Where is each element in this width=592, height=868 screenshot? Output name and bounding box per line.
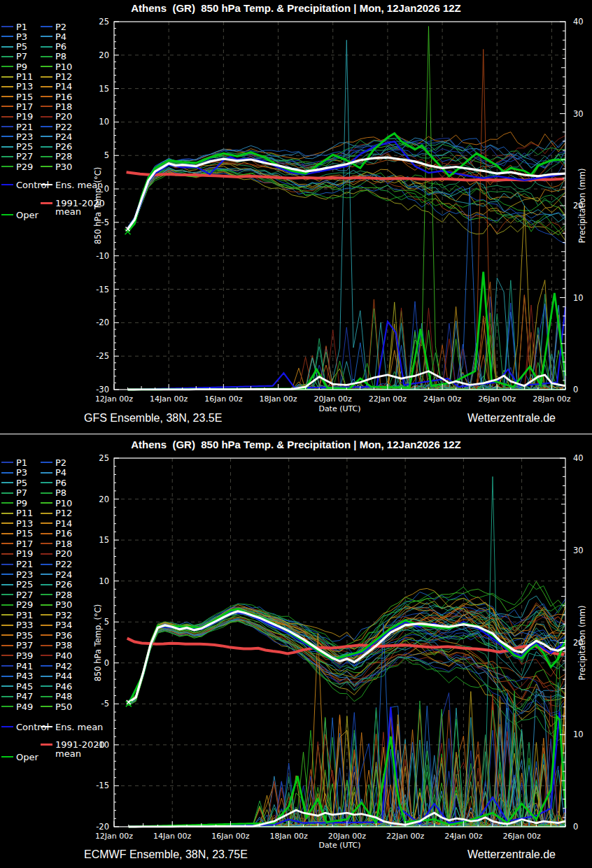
- ecmwf-plot-svg: 2520151050-5-10-15-2040302010012Jan 00z1…: [0, 434, 592, 868]
- gfs-plot-svg: 2520151050-5-10-15-20-25-3040302010012Ja…: [0, 0, 592, 434]
- member-temp-4: [128, 145, 566, 229]
- ensemble-members: [128, 27, 566, 390]
- svg-text:-25: -25: [96, 351, 109, 361]
- svg-text:25: 25: [99, 17, 109, 27]
- svg-text:-15: -15: [96, 285, 109, 294]
- svg-text:14Jan 00z: 14Jan 00z: [150, 394, 188, 404]
- svg-text:30: 30: [573, 546, 584, 555]
- precip-axis-title: Precipitation (mm): [577, 605, 587, 680]
- svg-text:14Jan 00z: 14Jan 00z: [153, 832, 191, 841]
- svg-text:-10: -10: [96, 740, 109, 750]
- temp-axis-title: 850 hPa Temp. (°C): [93, 167, 103, 245]
- axis-tick-labels: 2520151050-5-10-15-20-25-3040302010012Ja…: [95, 17, 584, 404]
- ecmwf-panel: Athens (GR) 850 hPa Temp. & Precipitatio…: [0, 434, 592, 868]
- svg-text:24Jan 00z: 24Jan 00z: [423, 394, 461, 404]
- svg-text:15: 15: [99, 84, 109, 94]
- svg-text:40: 40: [573, 17, 584, 27]
- temp-axis-title: 850 hPa Temp. (°C): [93, 604, 103, 681]
- svg-text:26Jan 00z: 26Jan 00z: [502, 832, 540, 841]
- site-label: Wetterzentrale.de: [467, 412, 556, 425]
- svg-text:18Jan 00z: 18Jan 00z: [270, 832, 308, 841]
- precip-axis-title: Precipitation (mm): [577, 169, 587, 243]
- svg-text:25: 25: [99, 453, 109, 463]
- svg-text:0: 0: [573, 385, 578, 394]
- member-precip-25: [128, 278, 566, 390]
- svg-text:-20: -20: [96, 318, 109, 327]
- svg-text:12Jan 00z: 12Jan 00z: [95, 394, 133, 404]
- svg-text:24Jan 00z: 24Jan 00z: [444, 832, 482, 841]
- member-precip-3: [128, 187, 566, 390]
- svg-text:5: 5: [104, 150, 109, 160]
- svg-text:30: 30: [573, 109, 584, 119]
- svg-text:22Jan 00z: 22Jan 00z: [386, 832, 424, 841]
- svg-text:16Jan 00z: 16Jan 00z: [211, 832, 249, 841]
- svg-text:10: 10: [573, 730, 584, 739]
- svg-text:10: 10: [99, 576, 109, 586]
- svg-text:10: 10: [573, 293, 584, 303]
- svg-text:20Jan 00z: 20Jan 00z: [314, 394, 352, 404]
- member-precip-10: [128, 27, 566, 390]
- svg-text:18Jan 00z: 18Jan 00z: [259, 394, 297, 404]
- svg-text:20: 20: [99, 50, 109, 60]
- svg-text:-20: -20: [96, 822, 109, 832]
- svg-text:12Jan 00z: 12Jan 00z: [95, 832, 133, 841]
- site-label: Wetterzentrale.de: [467, 848, 556, 861]
- svg-text:28Jan 00z: 28Jan 00z: [533, 394, 570, 404]
- svg-text:-10: -10: [96, 251, 109, 261]
- model-label: GFS Ensemble, 38N, 23.5E: [84, 412, 222, 425]
- member-precip-16: [128, 282, 566, 390]
- member-temp-28: [128, 138, 566, 229]
- member-precip-6: [128, 280, 566, 390]
- svg-text:0: 0: [573, 822, 578, 832]
- svg-text:0: 0: [104, 184, 109, 194]
- member-precip-5: [128, 40, 566, 390]
- svg-text:15: 15: [99, 535, 109, 545]
- model-label: ECMWF Ensemble, 38N, 23.75E: [84, 848, 248, 861]
- svg-text:20Jan 00z: 20Jan 00z: [328, 832, 366, 841]
- svg-text:10: 10: [99, 117, 109, 127]
- svg-text:-5: -5: [101, 699, 109, 709]
- svg-text:40: 40: [573, 453, 584, 463]
- svg-text:5: 5: [104, 617, 109, 627]
- gfs-panel: Athens (GR) 850 hPa Temp. & Precipitatio…: [0, 0, 592, 434]
- svg-text:16Jan 00z: 16Jan 00z: [204, 394, 242, 404]
- svg-text:-30: -30: [96, 385, 109, 394]
- svg-text:0: 0: [104, 658, 109, 668]
- svg-text:20: 20: [99, 495, 109, 504]
- svg-text:22Jan 00z: 22Jan 00z: [369, 394, 407, 404]
- member-temp-10: [128, 143, 566, 228]
- svg-text:-15: -15: [96, 781, 109, 790]
- svg-text:26Jan 00z: 26Jan 00z: [478, 394, 516, 404]
